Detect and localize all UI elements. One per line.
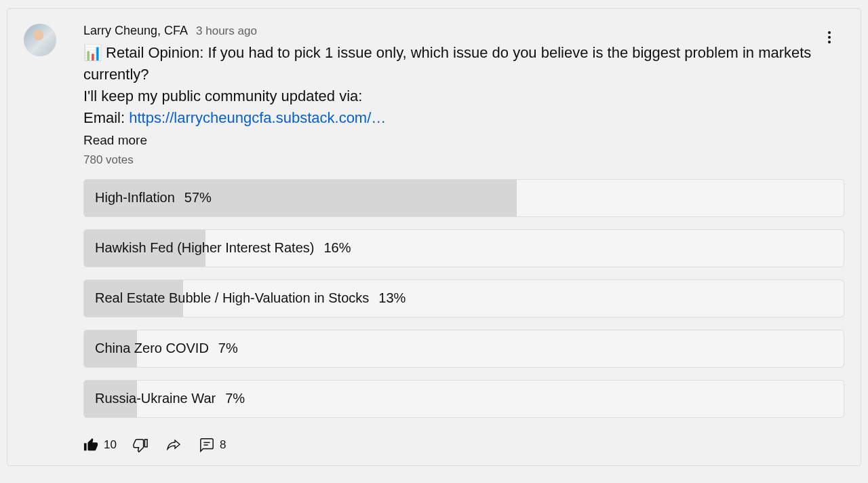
poll-option-percent: 13% (378, 290, 406, 306)
author-avatar[interactable] (24, 24, 56, 56)
dislike-button[interactable] (133, 438, 148, 452)
poll-option[interactable]: High-Inflation57% (83, 179, 844, 217)
svg-point-2 (828, 31, 831, 34)
read-more-button[interactable]: Read more (83, 133, 844, 148)
poll-option-content: Russia-Ukraine War7% (84, 381, 844, 417)
vertical-dots-icon (821, 29, 837, 45)
post-timestamp: 3 hours ago (196, 24, 257, 38)
comment-icon (199, 438, 214, 452)
post-body: Larry Cheung, CFA 3 hours ago 📊 Retail O… (83, 24, 844, 453)
poll-option-label: Hawkish Fed (Higher Interest Rates) (95, 240, 314, 256)
poll-option-label: China Zero COVID (95, 341, 209, 356)
poll-option-content: Real Estate Bubble / High-Valuation in S… (84, 280, 844, 317)
poll-option-content: Hawkish Fed (Higher Interest Rates)16% (84, 230, 844, 267)
like-count: 10 (104, 438, 117, 452)
comment-count: 8 (220, 438, 226, 452)
post-line-1: Retail Opinion: If you had to pick 1 iss… (83, 44, 811, 83)
post-line-2: I'll keep my public community updated vi… (83, 88, 362, 104)
substack-link[interactable]: https://larrycheungcfa.substack.com/ (129, 109, 371, 126)
poll: High-Inflation57%Hawkish Fed (Higher Int… (83, 179, 844, 418)
poll-option-percent: 7% (225, 391, 245, 406)
svg-point-3 (828, 36, 831, 39)
poll-emoji-icon: 📊 (83, 44, 102, 61)
poll-option-content: High-Inflation57% (84, 180, 844, 216)
author-row: Larry Cheung, CFA 3 hours ago (83, 24, 844, 38)
link-ellipsis: … (371, 109, 386, 126)
thumbs-down-icon (133, 438, 148, 452)
poll-option[interactable]: Russia-Ukraine War7% (83, 380, 844, 418)
poll-option[interactable]: Real Estate Bubble / High-Valuation in S… (83, 279, 844, 317)
poll-option-label: High-Inflation (95, 190, 175, 206)
svg-point-4 (828, 41, 831, 43)
poll-option-label: Russia-Ukraine War (95, 391, 216, 406)
poll-option[interactable]: Hawkish Fed (Higher Interest Rates)16% (83, 229, 844, 267)
more-options-button[interactable] (821, 29, 837, 48)
poll-option[interactable]: China Zero COVID7% (83, 330, 844, 368)
poll-option-percent: 57% (184, 190, 212, 206)
like-button[interactable]: 10 (83, 438, 117, 452)
share-button[interactable] (164, 437, 183, 453)
post-line-3-label: Email: (83, 109, 129, 126)
vote-count: 780 votes (83, 153, 844, 167)
poll-option-label: Real Estate Bubble / High-Valuation in S… (95, 290, 369, 306)
post-actions: 10 8 (83, 437, 844, 453)
comments-button[interactable]: 8 (199, 438, 226, 452)
post-text: 📊 Retail Opinion: If you had to pick 1 i… (83, 42, 844, 129)
poll-option-content: China Zero COVID7% (84, 330, 844, 367)
author-name[interactable]: Larry Cheung, CFA (83, 24, 188, 38)
share-arrow-icon (164, 437, 183, 453)
poll-option-percent: 7% (218, 341, 238, 356)
thumbs-up-icon (83, 438, 98, 452)
community-post-card: Larry Cheung, CFA 3 hours ago 📊 Retail O… (7, 8, 861, 466)
poll-option-percent: 16% (323, 240, 351, 256)
